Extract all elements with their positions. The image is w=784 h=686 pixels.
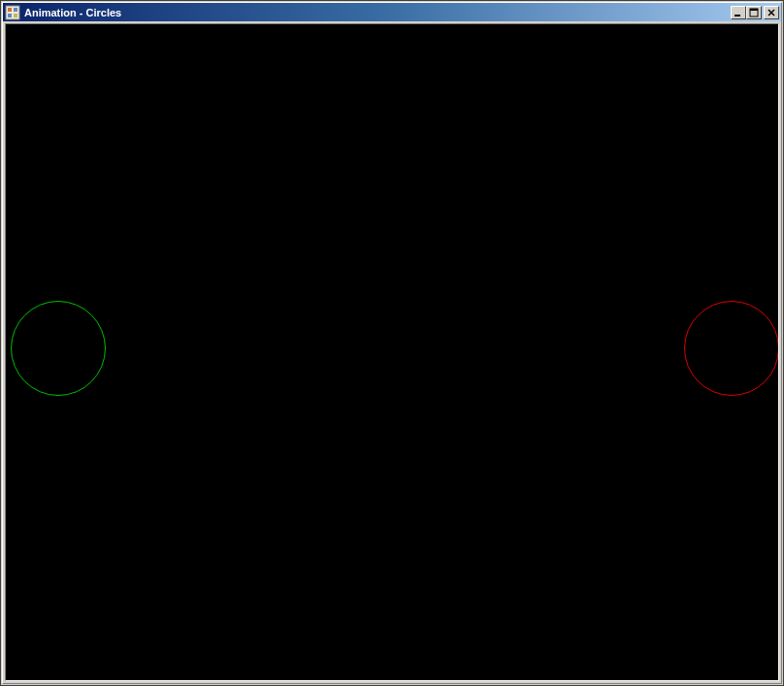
svg-rect-7 [750, 9, 758, 11]
maximize-icon [749, 8, 759, 17]
green-circle [11, 301, 106, 396]
window-frame: Animation - Circles [0, 0, 784, 686]
close-button[interactable] [764, 6, 779, 19]
close-icon [767, 8, 776, 17]
svg-rect-2 [14, 8, 17, 12]
window-controls [731, 6, 779, 19]
minimize-icon [734, 8, 743, 17]
window-inner: Animation - Circles [2, 2, 782, 684]
svg-rect-3 [8, 14, 12, 17]
maximize-button[interactable] [746, 6, 762, 19]
animation-canvas [5, 23, 779, 681]
window-title: Animation - Circles [24, 7, 727, 18]
app-icon [5, 5, 20, 20]
titlebar[interactable]: Animation - Circles [3, 3, 781, 21]
svg-rect-4 [14, 14, 17, 17]
svg-rect-1 [8, 8, 12, 12]
svg-rect-5 [735, 15, 740, 16]
minimize-button[interactable] [731, 6, 746, 19]
red-circle [684, 301, 779, 396]
